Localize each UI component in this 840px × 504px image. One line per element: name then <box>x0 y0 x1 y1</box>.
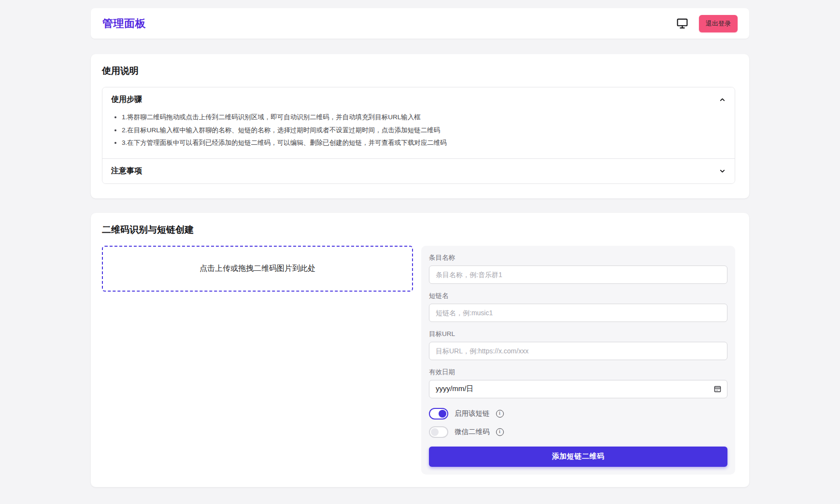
step-item: 1.将群聊二维码拖动或点击上传到二维码识别区域，即可自动识别二维码，并自动填充到… <box>122 113 726 122</box>
expire-date-label: 有效日期 <box>429 368 727 377</box>
wechat-qr-toggle[interactable] <box>429 426 448 438</box>
creator-title: 二维码识别与短链创建 <box>102 224 735 236</box>
qr-upload-dropzone[interactable]: 点击上传或拖拽二维码图片到此处 <box>102 246 413 292</box>
entry-name-input[interactable] <box>429 266 727 284</box>
enable-shortlink-toggle[interactable] <box>429 408 448 420</box>
toggle-row-wechat: 微信二维码 i <box>429 426 727 438</box>
accordion-header-steps[interactable]: 使用步骤 <box>102 87 735 112</box>
field-entry-name: 条目名称 <box>429 253 727 284</box>
field-expire-date: 有效日期 yyyy/mm/日 <box>429 368 727 398</box>
accordion-header-notes[interactable]: 注意事项 <box>102 159 735 183</box>
enable-shortlink-label: 启用该短链 <box>455 409 490 418</box>
target-url-input[interactable] <box>429 342 727 360</box>
add-shortlink-button[interactable]: 添加短链二维码 <box>429 447 727 467</box>
top-bar: 管理面板 退出登录 <box>91 8 749 39</box>
field-target-url: 目标URL <box>429 330 727 360</box>
logout-button[interactable]: 退出登录 <box>699 15 738 32</box>
steps-list: 1.将群聊二维码拖动或点击上传到二维码识别区域，即可自动识别二维码，并自动填充到… <box>111 113 726 147</box>
info-icon[interactable]: i <box>496 410 504 418</box>
wechat-qr-label: 微信二维码 <box>455 427 490 436</box>
notes-title: 注意事项 <box>111 166 142 176</box>
short-name-input[interactable] <box>429 304 727 322</box>
chevron-up-icon <box>719 96 726 103</box>
instructions-card: 使用说明 使用步骤 1.将群聊二维码拖动或点击上传到二维码识别区域，即可自动识别… <box>91 54 749 198</box>
upload-hint-text: 点击上传或拖拽二维码图片到此处 <box>199 264 315 274</box>
toggle-knob <box>431 428 439 436</box>
instructions-title: 使用说明 <box>102 65 735 77</box>
creator-row: 点击上传或拖拽二维码图片到此处 条目名称 短链名 目标URL 有效日期 <box>102 246 735 475</box>
instructions-accordion: 使用步骤 1.将群聊二维码拖动或点击上传到二维码识别区域，即可自动识别二维码，并… <box>102 87 735 184</box>
step-item: 3.在下方管理面板中可以看到已经添加的短链二维码，可以编辑、删除已创建的短链，并… <box>122 139 726 147</box>
target-url-label: 目标URL <box>429 330 727 338</box>
expire-date-input[interactable]: yyyy/mm/日 <box>429 380 727 398</box>
steps-title: 使用步骤 <box>111 95 142 105</box>
expire-date-value: yyyy/mm/日 <box>436 384 473 393</box>
top-bar-actions: 退出登录 <box>676 15 738 32</box>
shortlink-form: 条目名称 短链名 目标URL 有效日期 yyyy/mm/日 <box>421 246 735 475</box>
steps-body: 1.将群聊二维码拖动或点击上传到二维码识别区域，即可自动识别二维码，并自动填充到… <box>102 113 735 158</box>
chevron-down-icon <box>719 168 726 175</box>
calendar-icon[interactable] <box>713 385 722 393</box>
info-icon[interactable]: i <box>496 428 504 436</box>
page-container: 管理面板 退出登录 使用说明 使用步骤 <box>91 0 749 487</box>
field-short-name: 短链名 <box>429 292 727 322</box>
short-name-label: 短链名 <box>429 292 727 300</box>
toggle-row-enable: 启用该短链 i <box>429 408 727 420</box>
entry-name-label: 条目名称 <box>429 253 727 262</box>
monitor-icon[interactable] <box>676 17 688 29</box>
toggle-knob <box>439 410 446 418</box>
page-title: 管理面板 <box>102 16 146 31</box>
step-item: 2.在目标URL输入框中输入群聊的名称、短链的名称，选择过期时间或者不设置过期时… <box>122 126 726 135</box>
creator-card: 二维码识别与短链创建 点击上传或拖拽二维码图片到此处 条目名称 短链名 目标UR… <box>91 213 749 487</box>
